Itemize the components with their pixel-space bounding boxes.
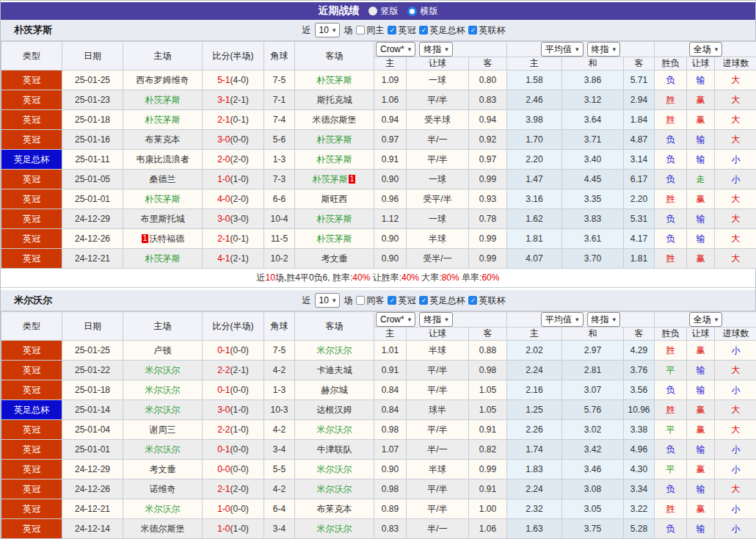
team-name: 朴茨茅斯 bbox=[145, 253, 181, 264]
chevron-down-icon: ▾ bbox=[332, 297, 336, 304]
home-team: 布莱克本 bbox=[123, 130, 203, 150]
near-label: 近 bbox=[302, 24, 311, 37]
scope-select[interactable]: 全场▾ bbox=[689, 42, 723, 57]
team-section-portsmouth: 朴茨茅斯 近 10▾ 场 同主 ✓英冠 ✓英足总杯 ✓英联杯 类型 日期 bbox=[1, 20, 755, 288]
result-handicap: 赢 bbox=[687, 110, 715, 130]
team-name: 牛津联队 bbox=[317, 444, 352, 455]
chevron-down-icon: ▾ bbox=[332, 27, 336, 34]
euro-average-select[interactable]: 平均值▾ bbox=[541, 42, 584, 57]
col-away-header: 客场 bbox=[295, 312, 374, 341]
euro-draw-odds: 3.35 bbox=[562, 189, 624, 209]
match-date: 24-12-14 bbox=[62, 519, 123, 539]
odds-stage-select[interactable]: 终指▾ bbox=[419, 42, 453, 57]
checkbox-checked-icon: ✓ bbox=[388, 296, 396, 305]
recent-count-select[interactable]: 10▾ bbox=[315, 293, 341, 308]
corner-score: 1-3 bbox=[264, 150, 295, 170]
half-time-score: (1-0) bbox=[230, 524, 249, 534]
euro-draw-odds: 3.07 bbox=[562, 380, 624, 400]
col-corner-header: 角球 bbox=[264, 42, 295, 70]
team-name: 诺维奇 bbox=[150, 484, 176, 494]
league-type-badge: 英冠 bbox=[1, 380, 62, 400]
team-name: 布莱克本 bbox=[317, 504, 352, 514]
half-time-score: (2-1) bbox=[230, 95, 249, 105]
euro-odds-dropdowns: 平均值▾ 终指▾ bbox=[507, 42, 655, 57]
radio-icon bbox=[368, 7, 377, 15]
home-team: 米尔沃尔 bbox=[123, 361, 203, 380]
euro-stage-select[interactable]: 终指▾ bbox=[587, 42, 621, 57]
corner-score: 11-5 bbox=[264, 229, 295, 249]
horizontal-layout-radio[interactable]: 横版 bbox=[407, 5, 438, 18]
league-championship-checkbox[interactable]: ✓英冠 bbox=[388, 24, 415, 37]
asian-away-odds: 0.94 bbox=[469, 110, 507, 130]
euro-draw-header: 和 bbox=[562, 328, 624, 341]
vertical-layout-radio[interactable]: 竖版 bbox=[368, 5, 399, 18]
asian-away-odds: 0.99 bbox=[469, 460, 507, 480]
asian-home-header: 主 bbox=[374, 328, 407, 341]
efl-cup-checkbox[interactable]: ✓英联杯 bbox=[468, 24, 505, 37]
result-goals: 大 bbox=[715, 420, 756, 440]
euro-draw-header: 和 bbox=[562, 57, 624, 70]
asian-home-odds: 0.83 bbox=[374, 519, 407, 539]
match-date: 25-01-14 bbox=[62, 400, 123, 420]
chevron-down-icon: ▾ bbox=[575, 46, 579, 53]
euro-home-odds: 1.83 bbox=[507, 460, 562, 480]
full-time-score: 5-1 bbox=[217, 75, 230, 85]
same-home-checkbox[interactable]: 同主 bbox=[356, 24, 384, 37]
match-row: 英足总杯25-01-11韦康比流浪者2-0(2-0)1-3朴茨茅斯0.91平/半… bbox=[1, 150, 756, 170]
scope-select[interactable]: 全场▾ bbox=[689, 312, 723, 327]
team-name: 米尔沃尔 bbox=[145, 405, 181, 415]
asian-home-odds: 0.91 bbox=[374, 361, 407, 380]
bookmaker-select[interactable]: Crow*▾ bbox=[376, 42, 415, 57]
league-championship-checkbox[interactable]: ✓英冠 bbox=[388, 294, 415, 307]
games-label: 场 bbox=[344, 294, 352, 307]
euro-away-odds: 1.84 bbox=[624, 110, 655, 130]
result-handicap: 赢 bbox=[687, 400, 715, 420]
asian-away-header: 客 bbox=[469, 328, 507, 341]
fa-cup-checkbox[interactable]: ✓英足总杯 bbox=[419, 294, 465, 307]
home-team: 朴茨茅斯 bbox=[123, 90, 203, 110]
full-time-score: 0-1 bbox=[217, 444, 230, 455]
league-type-badge: 英冠 bbox=[1, 440, 62, 460]
asian-away-odds: 1.05 bbox=[469, 400, 507, 420]
recent-count-select[interactable]: 10▾ bbox=[315, 23, 341, 37]
result-wdl: 胜 bbox=[655, 341, 687, 361]
euro-away-odds: 3.56 bbox=[624, 380, 655, 400]
efl-cup-checkbox[interactable]: ✓英联杯 bbox=[468, 294, 505, 307]
euro-stage-select[interactable]: 终指▾ bbox=[587, 312, 621, 327]
asian-handicap-header: 让球 bbox=[407, 328, 469, 341]
col-corner-header: 角球 bbox=[264, 312, 295, 341]
bookmaker-select[interactable]: Crow*▾ bbox=[376, 312, 415, 327]
fa-cup-checkbox[interactable]: ✓英足总杯 bbox=[419, 24, 465, 37]
result-wdl-header: 胜负 bbox=[655, 328, 687, 341]
result-handicap: 赢 bbox=[687, 249, 715, 269]
euro-odds-dropdowns: 平均值▾ 终指▾ bbox=[507, 312, 655, 328]
league-type-badge: 英足总杯 bbox=[1, 150, 62, 170]
full-time-score: 4-1 bbox=[217, 253, 230, 264]
euro-draw-odds: 3.61 bbox=[562, 229, 624, 249]
league-type-badge: 英冠 bbox=[1, 499, 62, 519]
result-wdl: 负 bbox=[655, 150, 687, 170]
match-score: 2-0(2-0) bbox=[203, 150, 264, 170]
match-date: 25-01-25 bbox=[62, 341, 123, 361]
odds-stage-select[interactable]: 终指▾ bbox=[419, 312, 453, 327]
euro-average-select[interactable]: 平均值▾ bbox=[541, 312, 584, 327]
col-score-header: 比分(半场) bbox=[203, 312, 264, 341]
away-team: 朴茨茅斯1 bbox=[295, 170, 374, 189]
result-wdl: 平 bbox=[655, 420, 687, 440]
league-type-badge: 英足总杯 bbox=[1, 400, 62, 420]
same-away-checkbox[interactable]: 同客 bbox=[356, 294, 384, 307]
euro-home-odds: 3.16 bbox=[507, 189, 562, 209]
full-time-score: 2-2 bbox=[217, 365, 230, 375]
euro-draw-odds: 5.76 bbox=[562, 400, 624, 420]
asian-home-odds: 1.07 bbox=[374, 440, 407, 460]
checkbox-checked-icon: ✓ bbox=[419, 26, 428, 35]
result-handicap: 赢 bbox=[687, 341, 715, 361]
games-label: 场 bbox=[344, 24, 352, 37]
corner-score: 3-4 bbox=[264, 440, 295, 460]
asian-away-odds: 0.99 bbox=[469, 249, 507, 269]
euro-draw-odds: 3.83 bbox=[562, 209, 624, 229]
euro-home-odds: 1.62 bbox=[507, 209, 562, 229]
result-handicap: 输 bbox=[687, 70, 715, 90]
result-goals: 大 bbox=[715, 480, 756, 499]
result-goals: 大 bbox=[715, 90, 756, 110]
